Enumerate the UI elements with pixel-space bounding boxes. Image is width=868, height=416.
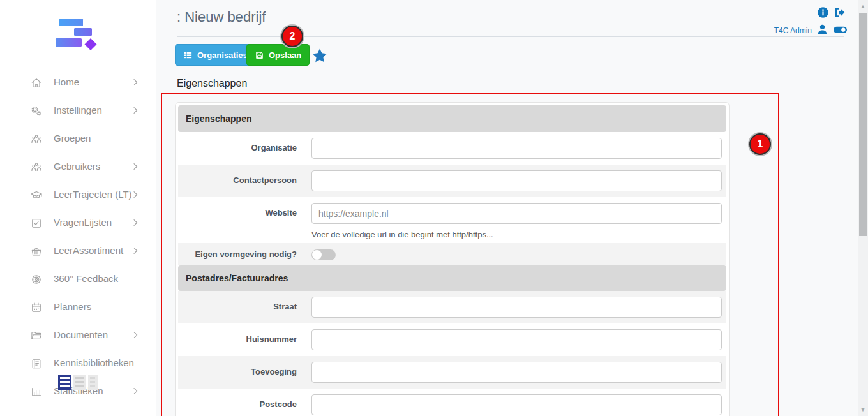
sidebar-item-leerassortiment[interactable]: LeerAssortiment <box>0 237 156 265</box>
huisnummer-input[interactable] <box>311 329 722 350</box>
list-view-option-icon[interactable] <box>73 375 86 390</box>
postcode-input[interactable] <box>311 394 722 415</box>
bar-chart-icon <box>30 385 43 398</box>
vormgeving-label: Eigen vormgeving nodig? <box>178 248 297 259</box>
website-input[interactable] <box>311 203 722 224</box>
target-icon <box>30 273 43 286</box>
chevron-right-icon <box>130 189 140 200</box>
graduation-cap-icon <box>30 189 43 202</box>
chevron-right-icon <box>130 77 140 87</box>
toevoeging-input[interactable] <box>311 362 722 383</box>
sidebar: Home Instellingen Groepen <box>0 0 156 416</box>
chevron-right-icon <box>130 218 140 228</box>
section-heading: Eigenschappen <box>177 78 247 89</box>
form-row-contactpersoon: Contactpersoon <box>178 165 726 197</box>
contactpersoon-input[interactable] <box>311 170 722 191</box>
annotation-badge-1: 1 <box>749 133 771 155</box>
page-scrollbar[interactable]: ▲ ▼ <box>858 0 868 416</box>
chevron-right-icon <box>130 246 140 256</box>
book-icon <box>30 357 43 370</box>
scroll-up-icon[interactable]: ▲ <box>858 3 868 10</box>
address-panel-header: Postadres/Factuuradres <box>178 265 726 291</box>
form-row-organisatie: Organisatie <box>178 132 726 165</box>
sidebar-item-label: Documenten <box>54 329 108 340</box>
properties-card: Eigenschappen Organisatie Contactpersoon… <box>175 102 730 416</box>
sidebar-item-label: Groepen <box>54 133 91 144</box>
properties-panel-header: Eigenschappen <box>178 105 726 132</box>
toggle-knob <box>312 250 322 260</box>
chevron-right-icon <box>130 330 140 340</box>
sidebar-item-leertrajecten[interactable]: LeerTrajecten (LT) <box>0 181 156 209</box>
sidebar-item-label: Home <box>54 77 79 87</box>
sidebar-item-instellingen[interactable]: Instellingen <box>0 97 156 125</box>
sidebar-item-vragenlijsten[interactable]: VragenLijsten <box>0 209 156 237</box>
list-view-selected-icon[interactable] <box>58 375 71 390</box>
home-icon <box>30 77 43 89</box>
sidebar-item-360-feedback[interactable]: 360° Feedback <box>0 265 156 293</box>
list-icon <box>183 50 193 60</box>
compact-view-option-icon[interactable] <box>88 375 98 390</box>
sidebar-item-kennisbibliotheken[interactable]: Kennisbibliotheken <box>0 350 156 378</box>
checkbox-icon <box>30 217 43 230</box>
opslaan-button-label: Opslaan <box>269 50 301 60</box>
contactpersoon-label: Contactpersoon <box>178 170 297 185</box>
sidebar-item-label: VragenLijsten <box>54 217 112 228</box>
group-icon <box>30 133 43 145</box>
straat-label: Straat <box>178 297 297 311</box>
form-row-vormgeving: Eigen vormgeving nodig? <box>178 243 726 265</box>
postcode-label: Postcode <box>178 394 297 409</box>
user-label[interactable]: T4C Admin <box>774 26 812 35</box>
app-window: Home Instellingen Groepen <box>0 0 868 416</box>
logout-icon[interactable] <box>832 6 846 19</box>
vormgeving-toggle[interactable] <box>311 249 336 260</box>
scrollbar-thumb[interactable] <box>859 13 867 236</box>
save-icon <box>255 50 264 60</box>
app-logo <box>54 17 99 55</box>
main-content: : Nieuw bedrijf T4C Admin <box>156 0 868 416</box>
sidebar-item-groepen[interactable]: Groepen <box>0 125 156 153</box>
toevoeging-label: Toevoeging <box>178 362 297 376</box>
sidebar-item-label: Gebruikers <box>54 161 100 172</box>
chevron-right-icon <box>130 161 140 172</box>
favorite-star-icon[interactable] <box>311 47 328 64</box>
scroll-down-icon[interactable]: ▼ <box>858 406 868 413</box>
sidebar-item-label: Kennisbibliotheken <box>54 357 134 368</box>
users-icon <box>30 161 43 174</box>
sidebar-item-planners[interactable]: Planners <box>0 293 156 322</box>
folder-icon <box>30 329 43 342</box>
gears-icon <box>30 105 43 117</box>
sidebar-nav: Home Instellingen Groepen <box>0 69 156 406</box>
huisnummer-label: Huisnummer <box>178 329 297 344</box>
sidebar-item-label: LeerTrajecten (LT) <box>54 189 132 200</box>
annotation-badge-2: 2 <box>281 26 303 47</box>
user-icon[interactable] <box>816 23 829 36</box>
form-row-website: Website Voer de volledige url in die beg… <box>178 197 726 243</box>
sidebar-item-label: 360° Feedback <box>54 273 118 284</box>
sidebar-item-label: LeerAssortiment <box>54 245 123 256</box>
opslaan-button[interactable]: Opslaan <box>246 44 310 66</box>
sidebar-item-home[interactable]: Home <box>0 69 156 97</box>
basket-icon <box>30 245 43 258</box>
chevron-right-icon <box>130 386 140 396</box>
website-help-text: Voer de volledige url in die begint met … <box>311 230 726 239</box>
organisatie-label: Organisatie <box>178 138 297 152</box>
organisaties-button-label: Organisaties <box>197 50 248 60</box>
layout-switcher-overlay[interactable] <box>58 375 98 390</box>
form-row-toevoeging: Toevoeging <box>178 356 726 389</box>
form-row-huisnummer: Huisnummer <box>178 323 726 356</box>
sidebar-item-gebruikers[interactable]: Gebruikers <box>0 153 156 181</box>
sidebar-item-label: Instellingen <box>54 105 102 115</box>
form-row-straat: Straat <box>178 291 726 323</box>
straat-input[interactable] <box>311 297 722 318</box>
organisaties-button[interactable]: Organisaties <box>175 44 256 66</box>
sidebar-item-label: Planners <box>54 301 91 312</box>
chevron-right-icon <box>130 105 140 115</box>
website-label: Website <box>178 203 297 218</box>
page-title: : Nieuw bedrijf <box>177 9 266 26</box>
header-divider <box>177 36 844 37</box>
info-icon[interactable] <box>816 6 830 19</box>
form-row-postcode: Postcode <box>178 389 726 416</box>
toggle-on-icon[interactable] <box>832 23 846 36</box>
organisatie-input[interactable] <box>311 138 722 159</box>
sidebar-item-documenten[interactable]: Documenten <box>0 322 156 350</box>
